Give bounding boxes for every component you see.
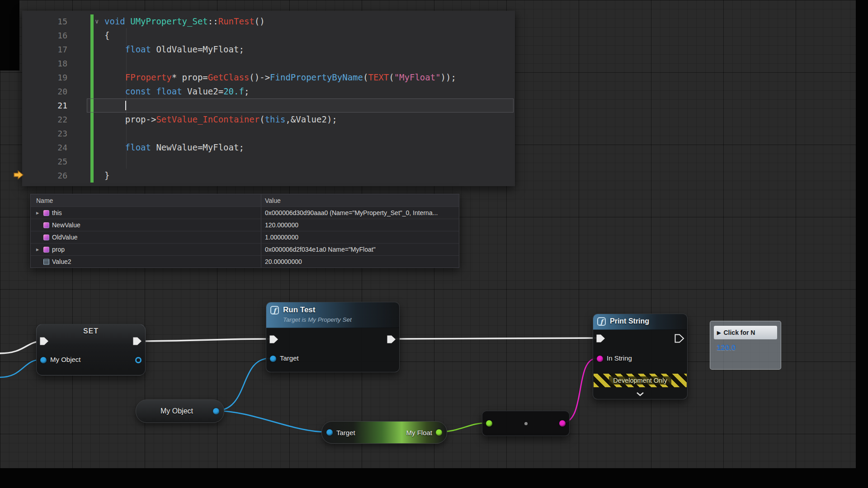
expander-icon[interactable]: ▶ bbox=[34, 211, 41, 215]
print-string-title: Print String bbox=[610, 317, 649, 325]
code-line-18[interactable]: 18 bbox=[22, 56, 515, 70]
my-object-input-pin[interactable] bbox=[40, 357, 47, 363]
print-string-function-node[interactable]: ƒ Print String In String Development Onl… bbox=[593, 314, 688, 399]
code-line-21[interactable]: 21 bbox=[22, 99, 515, 113]
run-test-subtitle: Target is My Property Set bbox=[283, 316, 352, 323]
watch-rows: ▶this0x000006d30d90aaa0 (Name="MyPropert… bbox=[31, 206, 459, 267]
get-my-float-node[interactable]: Target My Float bbox=[321, 421, 447, 444]
my-float-output-pin[interactable] bbox=[436, 429, 442, 436]
debug-value-bubble[interactable]: ▶ Click for N 120.0 bbox=[710, 321, 781, 370]
string-output-pin[interactable] bbox=[559, 420, 566, 427]
expander-icon[interactable]: ▶ bbox=[34, 248, 41, 252]
development-only-label: Development Only bbox=[609, 376, 671, 385]
code-line-24[interactable]: 24 float NewValue=MyFloat; bbox=[22, 141, 515, 155]
function-icon: ƒ bbox=[597, 317, 606, 326]
exec-wire-set-to-runtest[interactable] bbox=[138, 339, 272, 341]
object-wire-myobject-to-getmyfloat-target[interactable] bbox=[216, 411, 326, 432]
column-header-value[interactable]: Value bbox=[261, 194, 459, 206]
exec-in-pin[interactable] bbox=[39, 337, 49, 346]
run-test-title: Run Test bbox=[283, 305, 315, 314]
set-input-label: My Object bbox=[50, 356, 81, 363]
watch-header-row[interactable]: Name Value bbox=[31, 194, 459, 206]
struct-grid-icon bbox=[43, 259, 49, 265]
variable-box-icon bbox=[43, 222, 49, 228]
my-float-label: My Float bbox=[406, 429, 432, 436]
watch-variables-panel: Name Value ▶this0x000006d30d90aaa0 (Name… bbox=[30, 194, 459, 268]
function-icon: ƒ bbox=[270, 306, 279, 314]
play-icon: ▶ bbox=[717, 330, 721, 336]
exec-wire-runtest-to-printstring[interactable] bbox=[392, 338, 599, 339]
target-input-label: Target bbox=[280, 354, 299, 362]
code-line-19[interactable]: 19 FProperty* prop=GetClass()->FindPrope… bbox=[22, 70, 515, 84]
code-editor-panel: 15∨void UMyProperty_Set::RunTest()16{17 … bbox=[22, 11, 515, 186]
column-header-name[interactable]: Name bbox=[31, 194, 261, 206]
target-input-pin[interactable] bbox=[270, 356, 276, 362]
black-border-bottom bbox=[0, 468, 868, 488]
development-only-banner: Development Only bbox=[594, 374, 687, 387]
execution-pointer-arrow bbox=[13, 169, 24, 180]
my-object-output-pin[interactable] bbox=[135, 357, 142, 363]
watch-row-Value2[interactable]: Value220.00000000 bbox=[31, 255, 459, 267]
set-node-title: SET bbox=[37, 327, 145, 335]
target-input-pin[interactable] bbox=[326, 429, 333, 436]
set-variable-node[interactable]: SET My Object bbox=[36, 324, 146, 375]
code-line-23[interactable]: 23 bbox=[22, 127, 515, 141]
watch-value: 120.000000 bbox=[261, 219, 459, 231]
code-line-15[interactable]: 15∨void UMyProperty_Set::RunTest() bbox=[22, 14, 515, 28]
watch-row-prop[interactable]: ▶prop0x000006d2f034e1a0 Name="MyFloat" bbox=[31, 243, 459, 255]
black-border-left bbox=[0, 0, 19, 70]
watch-row-OldValue[interactable]: OldValue1.00000000 bbox=[31, 231, 459, 243]
run-test-function-node[interactable]: ƒ Run Test Target is My Property Set Tar… bbox=[266, 302, 400, 372]
debug-bubble-header[interactable]: ▶ Click for N bbox=[714, 326, 777, 339]
object-wire-offscreen-to-set-input[interactable] bbox=[0, 360, 41, 377]
watch-row-this[interactable]: ▶this0x000006d30d90aaa0 (Name="MyPropert… bbox=[31, 206, 459, 219]
code-line-17[interactable]: 17 float OldValue=MyFloat; bbox=[22, 42, 515, 56]
unreal-blueprint-editor: SET My Object ƒ Run Test Target is My Pr… bbox=[0, 0, 868, 488]
debug-watch-value: 120.0 bbox=[714, 339, 777, 352]
code-line-26[interactable]: 26} bbox=[22, 169, 515, 183]
float-input-pin[interactable] bbox=[486, 420, 492, 427]
watch-value: 1.00000000 bbox=[261, 231, 459, 243]
watch-value: 0x000006d30d90aaa0 (Name="MyProperty_Set… bbox=[261, 207, 459, 219]
get-my-object-variable-node[interactable]: My Object bbox=[136, 399, 224, 423]
watch-value: 0x000006d2f034e1a0 Name="MyFloat" bbox=[261, 244, 459, 255]
exec-out-pin[interactable] bbox=[387, 335, 396, 344]
code-line-25[interactable]: 25 bbox=[22, 155, 515, 169]
variable-box-icon bbox=[43, 210, 49, 216]
variable-box-icon bbox=[43, 247, 49, 253]
code-line-16[interactable]: 16{ bbox=[22, 28, 515, 42]
float-to-string-conversion-node[interactable] bbox=[482, 411, 570, 436]
debug-bubble-header-text: Click for N bbox=[723, 329, 755, 336]
code-line-22[interactable]: 22 prop->SetValue_InContainer(this,&Valu… bbox=[22, 113, 515, 127]
watch-row-NewValue[interactable]: NewValue120.000000 bbox=[31, 219, 459, 231]
black-border-right bbox=[856, 0, 868, 488]
in-string-label: In String bbox=[607, 354, 632, 362]
my-object-output-pin[interactable] bbox=[213, 408, 219, 414]
code-lines: 15∨void UMyProperty_Set::RunTest()16{17 … bbox=[22, 14, 515, 183]
exec-in-pin[interactable] bbox=[269, 335, 279, 344]
target-label: Target bbox=[336, 429, 355, 436]
watch-value: 20.00000000 bbox=[261, 256, 459, 267]
object-wire-myobject-to-runtest-target[interactable] bbox=[216, 358, 270, 411]
code-line-20[interactable]: 20 const float Value2=20.f; bbox=[22, 84, 515, 99]
conversion-dot-icon bbox=[524, 422, 528, 425]
exec-in-pin[interactable] bbox=[596, 334, 606, 343]
exec-out-pin[interactable] bbox=[675, 334, 684, 343]
variable-box-icon bbox=[43, 235, 49, 240]
exec-out-pin[interactable] bbox=[132, 337, 142, 346]
my-object-label: My Object bbox=[160, 407, 193, 415]
expand-advanced-chevron-icon[interactable] bbox=[636, 392, 644, 396]
in-string-input-pin[interactable] bbox=[597, 356, 603, 362]
